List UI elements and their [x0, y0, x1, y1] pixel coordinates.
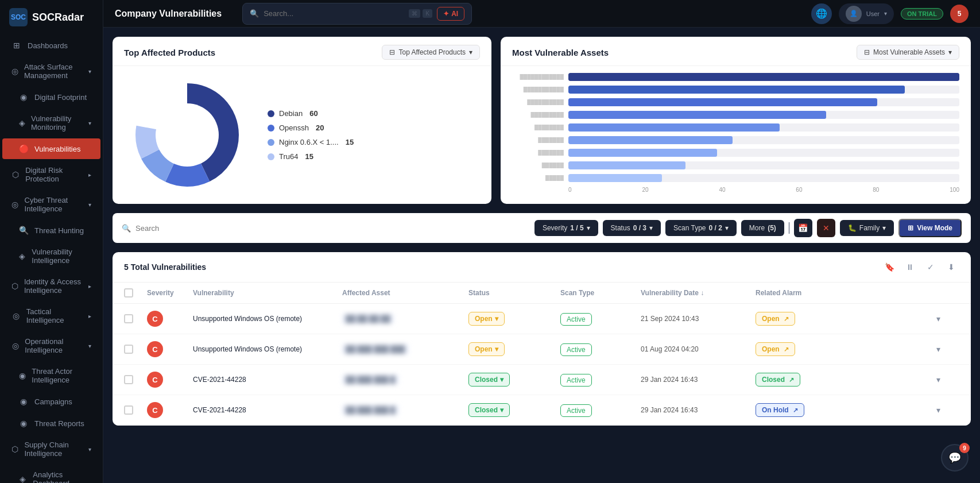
sidebar-item-campaigns[interactable]: ◉ Campaigns: [2, 391, 100, 412]
row-1-status[interactable]: Open ▾: [468, 312, 560, 326]
bar-label-7: ███████: [512, 150, 564, 156]
row-2-alarm[interactable]: Open ↗: [756, 342, 936, 356]
filter-row: 🔍 Severity 1 / 5 ▾ Status 0 / 3 ▾ Scan T…: [113, 213, 971, 243]
more-filter-button[interactable]: More (5): [741, 220, 784, 236]
row-1-checkbox[interactable]: [124, 314, 147, 323]
legend-item-openssh: Openssh 20: [268, 123, 354, 132]
notification-button[interactable]: 5: [950, 5, 969, 23]
filter-search-area[interactable]: 🔍: [122, 224, 530, 233]
severity-filter-button[interactable]: Severity 1 / 5 ▾: [534, 220, 598, 236]
bar-chart-body: ████████████ ███████████ ██████████: [501, 66, 971, 199]
sidebar-item-supply-chain[interactable]: ⬡ Supply Chain Intelligence ▾: [2, 435, 100, 463]
sidebar-item-identity-access[interactable]: ⬡ Identity & Access Intelligence ▸: [2, 272, 100, 300]
bar-track-3: [568, 98, 959, 106]
status-chevron-icon-r2: ▾: [495, 345, 498, 353]
row-4-expand-button[interactable]: ▾: [936, 405, 959, 415]
chat-fab-button[interactable]: 💬 9: [941, 444, 969, 472]
row-1-scan-type: Active: [560, 315, 641, 323]
topbar-right: 🌐 👤 User ▾ ON TRIAL 5: [811, 3, 969, 24]
search-input[interactable]: [264, 9, 404, 18]
row-4-status[interactable]: Closed ▾: [468, 403, 560, 417]
view-mode-label: View Mode: [917, 224, 952, 232]
row-1-alarm[interactable]: Open ↗: [756, 312, 936, 326]
sidebar-item-cyber-threat[interactable]: ◎ Cyber Threat Intelligence ▾: [2, 190, 100, 219]
legend-dot-nginx: [268, 139, 274, 146]
col-checkbox: [124, 288, 147, 297]
row-2-expand-button[interactable]: ▾: [936, 345, 959, 354]
legend-item-nginx: Nginx 0.6.X < 1.... 15: [268, 138, 354, 146]
clear-filter-button[interactable]: ✕: [817, 219, 835, 237]
row-3-asset: ██.███.███.█: [342, 374, 468, 385]
check-icon[interactable]: ✓: [923, 259, 939, 275]
row-4-checkbox[interactable]: [124, 405, 147, 415]
sidebar-item-threat-actor[interactable]: ◉ Threat Actor Intelligence: [2, 361, 100, 390]
select-all-checkbox[interactable]: [124, 288, 133, 297]
chevron-down-icon-2: ▾: [88, 120, 91, 126]
more-count: (5): [768, 224, 776, 232]
ai-button[interactable]: ✦ AI: [437, 7, 464, 21]
sidebar-item-threat-reports[interactable]: ◉ Threat Reports: [2, 413, 100, 434]
logo-text: SOCRadar: [32, 11, 84, 24]
table-row: C CVE-2021-44228 ██.███.███.█ Closed ▾ A…: [113, 365, 971, 395]
bar-track-5: [568, 123, 959, 132]
bar-row-3: ██████████: [512, 98, 959, 106]
chevron-icon-5: ▸: [88, 283, 91, 289]
row-3-alarm[interactable]: Closed ↗: [756, 373, 936, 387]
donut-filter-button[interactable]: ⊟ Top Affected Products ▾: [382, 45, 480, 60]
row-1-vulnerability: Unsupported Windows OS (remote): [193, 315, 342, 323]
calendar-filter-button[interactable]: 📅: [794, 219, 812, 237]
row-3-vulnerability: CVE-2021-44228: [193, 376, 342, 384]
status-filter-button[interactable]: Status 0 / 3 ▾: [603, 220, 661, 236]
sidebar-item-vulnerabilities[interactable]: 🔴 Vulnerabilities: [2, 138, 100, 159]
row-4-alarm[interactable]: On Hold ↗: [756, 403, 936, 417]
donut-chart-body: Debian 60 Openssh 20 Nginx 0.6.X < 1....…: [113, 66, 491, 204]
row-2-date: 01 Aug 2024 04:20: [641, 345, 756, 353]
row-1-expand-button[interactable]: ▾: [936, 314, 959, 323]
search-bar[interactable]: 🔍 ⌘ K ✦ AI: [242, 3, 472, 25]
globe-button[interactable]: 🌐: [811, 3, 832, 24]
bookmark-icon[interactable]: 🔖: [881, 259, 897, 275]
bar-row-7: ███████: [512, 149, 959, 157]
sidebar-item-vulnerability-monitoring[interactable]: ◈ Vulnerability Monitoring ▾: [2, 109, 100, 137]
sidebar-item-dashboards[interactable]: ⊞ Dashboards: [2, 35, 100, 56]
bar-label-3: ██████████: [512, 99, 564, 105]
family-filter-button[interactable]: 🐛 Family ▾: [840, 220, 894, 236]
search-shortcuts: ⌘ K: [409, 9, 432, 18]
row-3-checkbox[interactable]: [124, 375, 147, 384]
legend-dot-tru64: [268, 153, 274, 160]
sidebar-item-threat-hunting[interactable]: 🔍 Threat Hunting: [2, 220, 100, 241]
sidebar-item-operational[interactable]: ◎ Operational Intelligence ▾: [2, 331, 100, 360]
sidebar-item-digital-risk[interactable]: ⬡ Digital Risk Protection ▸: [2, 160, 100, 189]
bar-filter-button[interactable]: ⊟ Most Vulnerable Assets ▾: [857, 45, 959, 60]
status-chevron-icon-r4: ▾: [500, 406, 503, 414]
row-3-status[interactable]: Closed ▾: [468, 373, 560, 387]
donut-legend: Debian 60 Openssh 20 Nginx 0.6.X < 1....…: [268, 109, 354, 161]
row-2-status[interactable]: Open ▾: [468, 342, 560, 356]
username-label: User: [866, 10, 880, 17]
bar-fill-9: [568, 174, 662, 182]
donut-chart-card: Top Affected Products ⊟ Top Affected Pro…: [113, 37, 491, 204]
logo-icon: SOC: [9, 8, 28, 26]
sidebar-item-vuln-intelligence[interactable]: ◈ Vulnerability Intelligence: [2, 242, 100, 271]
chevron-icon-8: ▾: [88, 446, 91, 453]
donut-chart-header: Top Affected Products ⊟ Top Affected Pro…: [113, 37, 491, 66]
sidebar-item-analytics[interactable]: ◈ Analytics Dashboard: [2, 465, 100, 483]
view-mode-button[interactable]: ⊞ View Mode: [898, 219, 962, 237]
view-mode-icon: ⊞: [908, 224, 913, 232]
row-2-vulnerability: Unsupported Windows OS (remote): [193, 345, 342, 353]
chevron-icon-4: ▾: [88, 202, 91, 208]
sidebar-item-digital-footprint[interactable]: ◉ Digital Footprint: [2, 87, 100, 107]
download-icon[interactable]: ⬇: [943, 259, 959, 275]
chat-badge: 9: [959, 443, 970, 453]
sidebar-item-attack-surface[interactable]: ◎ Attack Surface Management ▾: [2, 57, 100, 86]
bar-row-5: ████████: [512, 123, 959, 132]
user-info[interactable]: 👤 User ▾: [839, 3, 894, 24]
scan-type-filter-button[interactable]: Scan Type 0 / 2 ▾: [665, 220, 737, 236]
row-1-asset: ██.██.██.██: [342, 314, 468, 324]
sidebar-item-tactical[interactable]: ◎ Tactical Intelligence ▸: [2, 302, 100, 330]
row-2-checkbox[interactable]: [124, 345, 147, 354]
vuln-search-input[interactable]: [135, 224, 530, 233]
search-icon: 🔍: [250, 9, 259, 18]
pause-icon[interactable]: ⏸: [902, 259, 918, 275]
row-3-expand-button[interactable]: ▾: [936, 375, 959, 384]
